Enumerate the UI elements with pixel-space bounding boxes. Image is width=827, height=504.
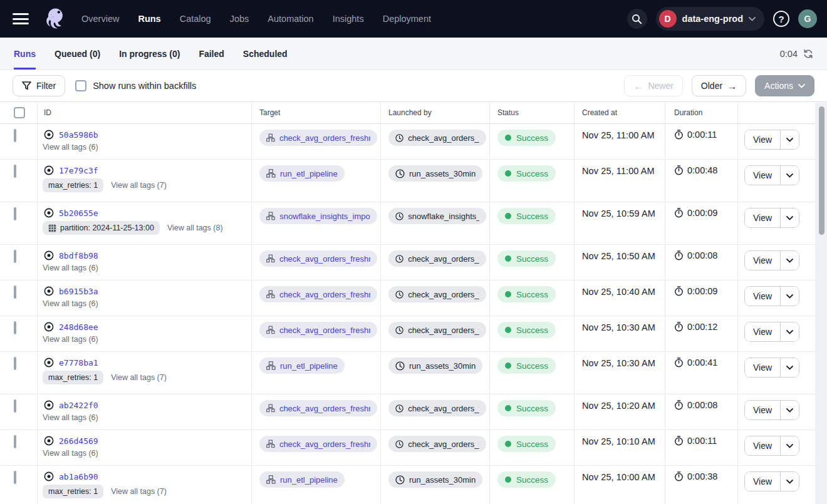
nav-item-deployment[interactable]: Deployment xyxy=(383,14,431,24)
scrollbar-track[interactable] xyxy=(815,103,827,504)
row-checkbox[interactable] xyxy=(14,357,16,370)
launched-by-pill[interactable]: check_avg_orders_f… xyxy=(388,400,486,416)
launched-by-pill[interactable]: check_avg_orders_f… xyxy=(388,250,486,267)
run-id-link[interactable]: 266d4569 xyxy=(59,436,98,446)
tab-failed[interactable]: Failed xyxy=(199,38,224,69)
run-tag-pill[interactable]: max_retries: 1 xyxy=(43,178,103,192)
nav-item-catalog[interactable]: Catalog xyxy=(180,14,211,24)
view-all-tags-link[interactable]: View all tags (8) xyxy=(167,224,223,232)
view-dropdown-button[interactable] xyxy=(780,436,799,455)
view-all-tags-link[interactable]: View all tags (7) xyxy=(111,487,167,496)
run-id-link[interactable]: 17e79c3f xyxy=(59,166,98,175)
launched-by-pill[interactable]: check_avg_orders_f… xyxy=(388,322,486,338)
row-checkbox[interactable] xyxy=(14,285,16,299)
row-checkbox[interactable] xyxy=(14,321,16,334)
row-checkbox[interactable] xyxy=(14,471,16,484)
select-all-checkbox[interactable] xyxy=(14,107,25,118)
dagster-logo[interactable] xyxy=(43,6,66,31)
tab-scheduled[interactable]: Scheduled xyxy=(243,38,288,69)
run-id-link[interactable]: b6915b3a xyxy=(59,287,98,296)
run-id-link[interactable]: ab1a6b90 xyxy=(59,472,98,481)
menu-icon[interactable] xyxy=(13,13,29,24)
nav-item-insights[interactable]: Insights xyxy=(333,14,364,24)
view-all-tags-link[interactable]: View all tags (7) xyxy=(111,181,167,190)
view-all-tags-link[interactable]: View all tags (6) xyxy=(43,449,98,458)
run-tag-pill[interactable]: max_retries: 1 xyxy=(43,485,103,498)
target-pill[interactable]: check_avg_orders_freshne xyxy=(259,286,377,302)
row-checkbox[interactable] xyxy=(14,165,16,178)
target-pill[interactable]: run_etl_pipeline xyxy=(259,471,345,488)
scrollbar-thumb[interactable] xyxy=(819,106,824,235)
nav-item-overview[interactable]: Overview xyxy=(81,14,119,24)
view-button[interactable]: View xyxy=(745,251,780,270)
run-id-link[interactable]: 248d68ee xyxy=(59,322,98,332)
run-id-link[interactable]: e7778ba1 xyxy=(59,358,98,368)
view-button[interactable]: View xyxy=(745,358,780,377)
actions-button[interactable]: Actions xyxy=(755,75,814,96)
run-tag-pill[interactable]: partition: 2024-11-25-13:00 xyxy=(43,221,160,235)
view-dropdown-button[interactable] xyxy=(780,166,799,185)
run-id-link[interactable]: 5b20655e xyxy=(59,208,98,218)
nav-item-jobs[interactable]: Jobs xyxy=(230,14,249,24)
view-button[interactable]: View xyxy=(745,166,780,185)
view-all-tags-link[interactable]: View all tags (6) xyxy=(43,143,98,152)
row-checkbox[interactable] xyxy=(14,207,16,220)
target-pill[interactable]: check_avg_orders_freshne xyxy=(259,130,377,146)
row-checkbox[interactable] xyxy=(14,129,16,142)
target-pill[interactable]: snowflake_insights_import xyxy=(259,208,377,224)
tab-in-progress-0[interactable]: In progress (0) xyxy=(119,38,180,69)
row-checkbox[interactable] xyxy=(14,399,16,413)
newer-button[interactable]: ← Newer xyxy=(624,75,682,96)
launched-by-pill[interactable]: check_avg_orders_f… xyxy=(388,436,486,452)
view-button[interactable]: View xyxy=(745,472,780,491)
view-dropdown-button[interactable] xyxy=(780,322,799,341)
view-all-tags-link[interactable]: View all tags (6) xyxy=(43,299,98,308)
launched-by-pill[interactable]: run_assets_30min xyxy=(388,471,482,488)
view-dropdown-button[interactable] xyxy=(780,251,799,270)
view-button[interactable]: View xyxy=(745,322,780,341)
view-all-tags-link[interactable]: View all tags (7) xyxy=(111,373,167,382)
run-id-link[interactable]: 8bdf8b98 xyxy=(59,251,98,260)
view-dropdown-button[interactable] xyxy=(780,358,799,377)
view-button[interactable]: View xyxy=(745,401,780,419)
run-id-link[interactable]: 50a5986b xyxy=(59,130,98,140)
view-all-tags-link[interactable]: View all tags (6) xyxy=(43,335,98,344)
view-button[interactable]: View xyxy=(745,130,780,149)
user-avatar[interactable]: G xyxy=(798,9,817,28)
run-id-link[interactable]: ab2422f0 xyxy=(59,401,98,410)
row-checkbox[interactable] xyxy=(14,435,16,448)
view-button[interactable]: View xyxy=(745,208,780,227)
view-dropdown-button[interactable] xyxy=(780,287,799,306)
view-button[interactable]: View xyxy=(745,436,780,455)
view-all-tags-link[interactable]: View all tags (6) xyxy=(43,264,98,272)
launched-by-pill[interactable]: run_assets_30min xyxy=(388,165,482,182)
view-dropdown-button[interactable] xyxy=(780,472,799,491)
view-dropdown-button[interactable] xyxy=(780,401,799,419)
row-checkbox[interactable] xyxy=(14,250,16,263)
refresh-icon[interactable] xyxy=(803,49,813,59)
target-pill[interactable]: check_avg_orders_freshne xyxy=(259,322,377,338)
tab-queued-0[interactable]: Queued (0) xyxy=(55,38,100,69)
nav-item-automation[interactable]: Automation xyxy=(268,14,313,24)
deployment-switcher[interactable]: D data-eng-prod xyxy=(656,7,764,31)
view-all-tags-link[interactable]: View all tags (6) xyxy=(43,413,98,422)
older-button[interactable]: Older → xyxy=(692,75,746,96)
run-tag-pill[interactable]: max_retries: 1 xyxy=(43,371,103,384)
help-button[interactable]: ? xyxy=(773,11,789,27)
launched-by-pill[interactable]: check_avg_orders_f… xyxy=(388,130,486,146)
view-dropdown-button[interactable] xyxy=(780,130,799,149)
target-pill[interactable]: check_avg_orders_freshne xyxy=(259,250,377,267)
view-button[interactable]: View xyxy=(745,287,780,306)
launched-by-pill[interactable]: check_avg_orders_f… xyxy=(388,286,486,302)
backfills-checkbox[interactable] xyxy=(75,80,86,91)
launched-by-pill[interactable]: snowflake_insights_… xyxy=(388,208,486,224)
nav-item-runs[interactable]: Runs xyxy=(138,14,160,24)
filter-button[interactable]: Filter xyxy=(13,75,65,96)
target-pill[interactable]: check_avg_orders_freshne xyxy=(259,436,377,452)
tab-runs[interactable]: Runs xyxy=(14,38,36,69)
search-button[interactable] xyxy=(627,9,647,29)
launched-by-pill[interactable]: run_assets_30min xyxy=(388,357,482,374)
view-dropdown-button[interactable] xyxy=(780,208,799,227)
target-pill[interactable]: run_etl_pipeline xyxy=(259,165,345,182)
target-pill[interactable]: run_etl_pipeline xyxy=(259,357,345,374)
